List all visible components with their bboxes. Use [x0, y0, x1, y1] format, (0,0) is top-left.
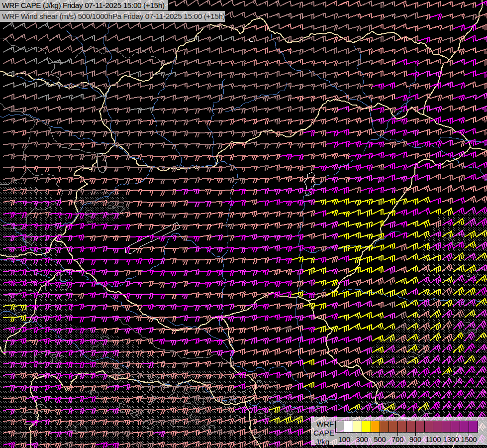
svg-text:WRF: WRF	[316, 420, 334, 428]
svg-text:900: 900	[409, 436, 421, 444]
svg-text:500: 500	[374, 436, 386, 444]
svg-text:1100: 1100	[425, 436, 441, 444]
svg-text:WRF CAPE (J/kg) Friday 07-11-2: WRF CAPE (J/kg) Friday 07-11-2025 15:00 …	[2, 1, 165, 9]
svg-text:J/kg: J/kg	[315, 438, 329, 446]
svg-text:700: 700	[391, 436, 403, 444]
svg-text:WRF Wind shear (m/s) 500/1000h: WRF Wind shear (m/s) 500/1000hPa Friday …	[2, 12, 225, 20]
svg-text:300: 300	[356, 436, 368, 444]
svg-text:100: 100	[338, 436, 350, 444]
svg-text:1300: 1300	[443, 436, 459, 444]
svg-text:CAPE: CAPE	[313, 429, 334, 437]
svg-text:1500: 1500	[461, 436, 477, 444]
